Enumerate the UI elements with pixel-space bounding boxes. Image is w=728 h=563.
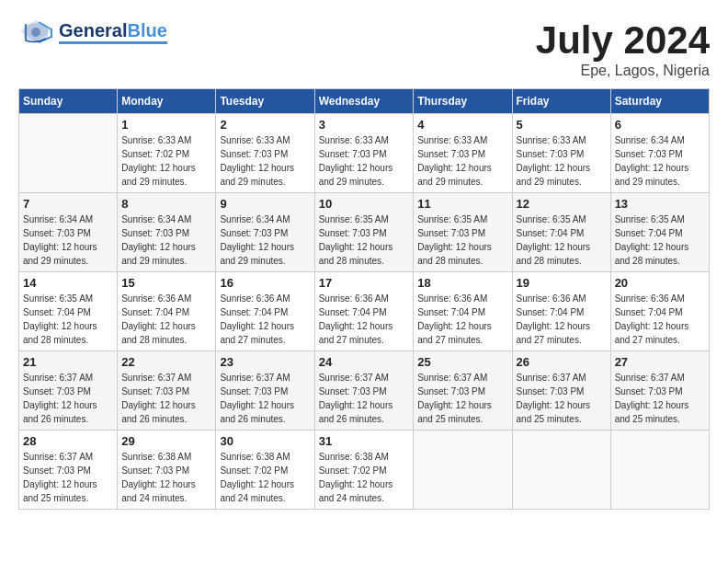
- logo-text: GeneralBlue: [59, 20, 167, 40]
- day-info: Sunrise: 6:34 AM Sunset: 7:03 PM Dayligh…: [615, 133, 705, 189]
- calendar-cell: 27Sunrise: 6:37 AM Sunset: 7:03 PM Dayli…: [610, 351, 709, 431]
- calendar-cell: 30Sunrise: 6:38 AM Sunset: 7:02 PM Dayli…: [216, 431, 314, 510]
- calendar-cell: 10Sunrise: 6:35 AM Sunset: 7:03 PM Dayli…: [314, 193, 414, 272]
- day-number: 19: [517, 276, 607, 290]
- svg-point-2: [31, 28, 40, 37]
- day-number: 30: [220, 434, 310, 448]
- day-info: Sunrise: 6:35 AM Sunset: 7:04 PM Dayligh…: [23, 292, 113, 347]
- calendar-cell: 6Sunrise: 6:34 AM Sunset: 7:03 PM Daylig…: [610, 114, 709, 193]
- day-info: Sunrise: 6:36 AM Sunset: 7:04 PM Dayligh…: [220, 292, 310, 347]
- calendar-cell: 21Sunrise: 6:37 AM Sunset: 7:03 PM Dayli…: [19, 351, 118, 431]
- calendar-cell: 15Sunrise: 6:36 AM Sunset: 7:04 PM Dayli…: [118, 272, 216, 351]
- calendar-cell: 31Sunrise: 6:38 AM Sunset: 7:02 PM Dayli…: [314, 431, 414, 510]
- title-block: July 2024 Epe, Lagos, Nigeria: [536, 18, 710, 79]
- calendar-cell: 17Sunrise: 6:36 AM Sunset: 7:04 PM Dayli…: [314, 272, 414, 351]
- calendar-cell: 12Sunrise: 6:35 AM Sunset: 7:04 PM Dayli…: [512, 193, 610, 272]
- day-number: 17: [319, 276, 410, 290]
- day-info: Sunrise: 6:35 AM Sunset: 7:04 PM Dayligh…: [517, 213, 607, 268]
- day-number: 10: [319, 197, 410, 211]
- calendar-header-saturday: Saturday: [610, 89, 709, 114]
- day-info: Sunrise: 6:37 AM Sunset: 7:03 PM Dayligh…: [121, 371, 211, 426]
- calendar-week-row: 14Sunrise: 6:35 AM Sunset: 7:04 PM Dayli…: [19, 272, 710, 351]
- day-number: 4: [417, 118, 507, 132]
- day-info: Sunrise: 6:37 AM Sunset: 7:03 PM Dayligh…: [319, 371, 410, 426]
- day-number: 21: [23, 355, 113, 369]
- calendar-cell: [512, 431, 610, 510]
- calendar-cell: 13Sunrise: 6:35 AM Sunset: 7:04 PM Dayli…: [610, 193, 709, 272]
- calendar-table: SundayMondayTuesdayWednesdayThursdayFrid…: [18, 88, 710, 510]
- page-header: GeneralBlue July 2024 Epe, Lagos, Nigeri…: [18, 18, 710, 79]
- calendar-cell: 24Sunrise: 6:37 AM Sunset: 7:03 PM Dayli…: [314, 351, 414, 431]
- calendar-cell: 18Sunrise: 6:36 AM Sunset: 7:04 PM Dayli…: [414, 272, 512, 351]
- calendar-cell: 16Sunrise: 6:36 AM Sunset: 7:04 PM Dayli…: [216, 272, 314, 351]
- day-info: Sunrise: 6:37 AM Sunset: 7:03 PM Dayligh…: [615, 371, 705, 426]
- calendar-cell: 8Sunrise: 6:34 AM Sunset: 7:03 PM Daylig…: [118, 193, 216, 272]
- day-number: 26: [517, 355, 607, 369]
- day-info: Sunrise: 6:35 AM Sunset: 7:03 PM Dayligh…: [319, 213, 410, 268]
- day-number: 29: [121, 434, 211, 448]
- day-info: Sunrise: 6:36 AM Sunset: 7:04 PM Dayligh…: [417, 292, 507, 347]
- day-info: Sunrise: 6:33 AM Sunset: 7:03 PM Dayligh…: [319, 133, 410, 189]
- calendar-cell: 5Sunrise: 6:33 AM Sunset: 7:03 PM Daylig…: [512, 114, 610, 193]
- day-info: Sunrise: 6:36 AM Sunset: 7:04 PM Dayligh…: [615, 292, 705, 347]
- calendar-cell: 28Sunrise: 6:37 AM Sunset: 7:03 PM Dayli…: [19, 431, 118, 510]
- calendar-header-friday: Friday: [512, 89, 610, 114]
- day-info: Sunrise: 6:38 AM Sunset: 7:03 PM Dayligh…: [121, 450, 211, 505]
- day-number: 23: [220, 355, 310, 369]
- day-number: 20: [615, 276, 705, 290]
- day-number: 31: [319, 434, 410, 448]
- day-number: 22: [121, 355, 211, 369]
- day-info: Sunrise: 6:35 AM Sunset: 7:04 PM Dayligh…: [615, 213, 705, 268]
- day-number: 25: [417, 355, 507, 369]
- calendar-cell: [414, 431, 512, 510]
- day-number: 2: [220, 118, 310, 132]
- day-number: 6: [615, 118, 705, 132]
- day-number: 24: [319, 355, 410, 369]
- day-info: Sunrise: 6:37 AM Sunset: 7:03 PM Dayligh…: [417, 371, 507, 426]
- day-number: 11: [417, 197, 507, 211]
- day-number: 18: [417, 276, 507, 290]
- day-number: 14: [23, 276, 113, 290]
- calendar-cell: 7Sunrise: 6:34 AM Sunset: 7:03 PM Daylig…: [19, 193, 118, 272]
- day-number: 3: [319, 118, 410, 132]
- day-number: 28: [23, 434, 113, 448]
- title-month: July 2024: [536, 18, 710, 63]
- day-info: Sunrise: 6:33 AM Sunset: 7:02 PM Dayligh…: [121, 133, 211, 189]
- day-number: 7: [23, 197, 113, 211]
- calendar-cell: 25Sunrise: 6:37 AM Sunset: 7:03 PM Dayli…: [414, 351, 512, 431]
- day-number: 27: [615, 355, 705, 369]
- day-info: Sunrise: 6:34 AM Sunset: 7:03 PM Dayligh…: [121, 213, 211, 268]
- calendar-week-row: 1Sunrise: 6:33 AM Sunset: 7:02 PM Daylig…: [19, 114, 710, 193]
- day-info: Sunrise: 6:37 AM Sunset: 7:03 PM Dayligh…: [23, 371, 113, 426]
- calendar-cell: 23Sunrise: 6:37 AM Sunset: 7:03 PM Dayli…: [216, 351, 314, 431]
- day-number: 1: [121, 118, 211, 132]
- calendar-cell: 2Sunrise: 6:33 AM Sunset: 7:03 PM Daylig…: [216, 114, 314, 193]
- calendar-cell: 20Sunrise: 6:36 AM Sunset: 7:04 PM Dayli…: [610, 272, 709, 351]
- day-info: Sunrise: 6:36 AM Sunset: 7:04 PM Dayligh…: [517, 292, 607, 347]
- day-number: 8: [121, 197, 211, 211]
- calendar-header-wednesday: Wednesday: [314, 89, 414, 114]
- calendar-cell: 26Sunrise: 6:37 AM Sunset: 7:03 PM Dayli…: [512, 351, 610, 431]
- day-info: Sunrise: 6:36 AM Sunset: 7:04 PM Dayligh…: [319, 292, 410, 347]
- logo: GeneralBlue: [18, 18, 167, 46]
- day-number: 16: [220, 276, 310, 290]
- calendar-cell: [19, 114, 118, 193]
- calendar-header-monday: Monday: [118, 89, 216, 114]
- day-number: 12: [517, 197, 607, 211]
- day-info: Sunrise: 6:33 AM Sunset: 7:03 PM Dayligh…: [220, 133, 310, 189]
- calendar-cell: 19Sunrise: 6:36 AM Sunset: 7:04 PM Dayli…: [512, 272, 610, 351]
- calendar-header-thursday: Thursday: [414, 89, 512, 114]
- calendar-header-sunday: Sunday: [19, 89, 118, 114]
- day-number: 9: [220, 197, 310, 211]
- day-info: Sunrise: 6:33 AM Sunset: 7:03 PM Dayligh…: [417, 133, 507, 189]
- calendar-cell: [610, 431, 709, 510]
- day-number: 13: [615, 197, 705, 211]
- day-number: 15: [121, 276, 211, 290]
- calendar-week-row: 28Sunrise: 6:37 AM Sunset: 7:03 PM Dayli…: [19, 431, 710, 510]
- day-info: Sunrise: 6:37 AM Sunset: 7:03 PM Dayligh…: [220, 371, 310, 426]
- calendar-cell: 29Sunrise: 6:38 AM Sunset: 7:03 PM Dayli…: [118, 431, 216, 510]
- title-location: Epe, Lagos, Nigeria: [536, 63, 710, 79]
- day-info: Sunrise: 6:37 AM Sunset: 7:03 PM Dayligh…: [517, 371, 607, 426]
- calendar-week-row: 21Sunrise: 6:37 AM Sunset: 7:03 PM Dayli…: [19, 351, 710, 431]
- day-info: Sunrise: 6:38 AM Sunset: 7:02 PM Dayligh…: [319, 450, 410, 505]
